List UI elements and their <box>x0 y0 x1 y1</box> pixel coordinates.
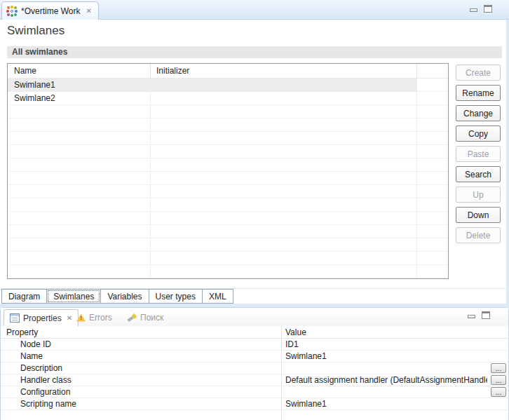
property-value: ID1 <box>285 339 487 350</box>
property-value: Swimlane1 <box>285 351 487 362</box>
maximize-icon[interactable] <box>482 311 490 319</box>
minimize-icon[interactable] <box>468 315 475 318</box>
warning-icon: ! <box>76 314 86 322</box>
search-icon <box>127 313 137 323</box>
rename-button[interactable]: Rename <box>456 85 501 101</box>
page-title: Swimlanes <box>7 24 65 38</box>
maximize-icon[interactable] <box>484 5 492 13</box>
tab-label: Properties <box>23 313 62 323</box>
search-button[interactable]: Search <box>456 166 501 182</box>
edit-handler-class-button[interactable]: ... <box>491 375 506 385</box>
property-row-handler-class[interactable]: Handler class Default assignment handler… <box>1 374 508 386</box>
view-window-controls <box>468 311 490 319</box>
process-icon <box>6 6 18 17</box>
column-header-value: Value <box>285 326 306 339</box>
tab-label: Errors <box>89 313 112 323</box>
table-row[interactable]: Swimlane1 <box>8 79 416 92</box>
tab-xml[interactable]: XML <box>202 289 233 304</box>
editor-window-controls <box>470 5 492 13</box>
edit-configuration-button[interactable]: ... <box>491 387 506 397</box>
edit-description-button[interactable]: ... <box>491 363 506 373</box>
close-icon[interactable]: ✕ <box>86 8 91 15</box>
tab-user-types[interactable]: User types <box>149 289 203 304</box>
properties-view: Properties ✕ ! Errors Поиск Property Val… <box>0 307 509 420</box>
column-header-name: Name <box>14 64 36 79</box>
property-value: Swimlane1 <box>285 398 487 409</box>
swimlanes-table-body: Swimlane1 Swimlane2 <box>8 79 448 278</box>
swimlanes-table-header: Name Initializer <box>8 64 448 79</box>
properties-table: Property Value Node ID ID1 Name Swimlane… <box>1 326 508 420</box>
create-button[interactable]: Create <box>456 65 501 81</box>
table-row[interactable]: Swimlane2 <box>8 92 448 105</box>
workbench: *Overtime Work ✕ Swimlanes All swimlanes… <box>0 0 509 420</box>
tab-swimlanes[interactable]: Swimlanes <box>46 289 101 304</box>
action-button-column: Create Rename Change Copy Paste Search U… <box>456 65 501 248</box>
property-name: Description <box>20 363 62 374</box>
tab-diagram[interactable]: Diagram <box>1 289 47 304</box>
property-name: Configuration <box>20 386 70 398</box>
delete-button[interactable]: Delete <box>456 227 501 243</box>
property-value: Default assignment handler (DefaultAssig… <box>285 374 487 386</box>
property-name: Handler class <box>20 374 72 386</box>
property-name: Node ID <box>20 339 51 350</box>
copy-button[interactable]: Copy <box>456 126 501 142</box>
property-row-name[interactable]: Name Swimlane1 <box>1 351 508 363</box>
column-header-property: Property <box>6 326 38 339</box>
editor-tab-bar: *Overtime Work ✕ <box>0 0 509 20</box>
property-row-scripting-name[interactable]: Scripting name Swimlane1 <box>1 398 508 410</box>
editor-tab-overtime-work[interactable]: *Overtime Work ✕ <box>1 1 99 20</box>
tab-poisk[interactable]: Поиск <box>121 309 169 326</box>
cell-name: Swimlane1 <box>14 79 55 92</box>
cell-name: Swimlane2 <box>14 92 55 105</box>
properties-table-header: Property Value <box>1 326 508 339</box>
property-name: Scripting name <box>20 398 76 409</box>
property-row-configuration[interactable]: Configuration ... <box>1 386 508 398</box>
section-header: All swimlanes <box>7 46 502 58</box>
minimize-icon[interactable] <box>470 8 477 12</box>
change-button[interactable]: Change <box>456 105 501 121</box>
swimlanes-table: Name Initializer Swimlane1 Swimlane2 <box>7 63 449 279</box>
property-name: Name <box>20 351 43 362</box>
down-button[interactable]: Down <box>456 207 501 223</box>
property-row-node-id[interactable]: Node ID ID1 <box>1 339 508 351</box>
editor-page-tab-bar: Diagram Swimlanes Variables User types X… <box>0 288 506 304</box>
tab-errors[interactable]: ! Errors <box>71 309 118 326</box>
editor-tab-title: *Overtime Work <box>21 6 80 16</box>
tab-label: Поиск <box>140 313 163 323</box>
editor-content: Swimlanes All swimlanes Name Initializer… <box>0 20 506 288</box>
tab-properties[interactable]: Properties ✕ <box>4 309 79 326</box>
paste-button[interactable]: Paste <box>456 146 501 162</box>
up-button[interactable]: Up <box>456 187 501 203</box>
properties-icon <box>10 313 20 323</box>
property-row-description[interactable]: Description ... <box>1 363 508 374</box>
properties-view-tab-bar: Properties ✕ ! Errors Поиск <box>1 308 508 326</box>
column-header-initializer: Initializer <box>156 64 189 79</box>
tab-variables[interactable]: Variables <box>100 289 149 304</box>
